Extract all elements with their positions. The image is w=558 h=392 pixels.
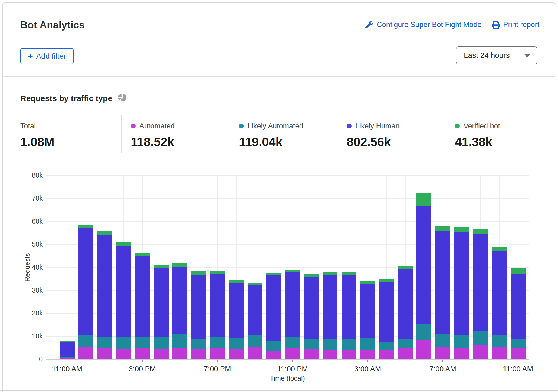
bar-segment-likely-human[interactable] (304, 277, 319, 339)
bar-segment-automated[interactable] (304, 349, 319, 359)
bar-segment-verified-bot[interactable] (248, 283, 262, 285)
bar-segment-verified-bot[interactable] (511, 268, 526, 274)
bar-segment-likely-human[interactable] (416, 206, 431, 324)
bar-segment-automated[interactable] (78, 347, 93, 359)
bar-segment-likely-automated[interactable] (285, 337, 300, 348)
bar-segment-likely-automated[interactable] (172, 334, 187, 348)
bar-segment-likely-human[interactable] (210, 274, 225, 338)
bar-segment-likely-automated[interactable] (398, 339, 413, 348)
bar-segment-likely-automated[interactable] (135, 337, 150, 348)
bar-segment-likely-human[interactable] (78, 228, 93, 335)
bar-segment-likely-automated[interactable] (473, 331, 488, 345)
bar-segment-likely-automated[interactable] (379, 342, 394, 350)
bar-segment-likely-automated[interactable] (116, 337, 131, 349)
bar-segment-likely-automated[interactable] (78, 335, 93, 347)
bar-segment-automated[interactable] (97, 348, 112, 359)
add-filter-button[interactable]: + Add filter (20, 48, 74, 64)
bar-segment-automated[interactable] (492, 347, 507, 359)
bar-segment-likely-automated[interactable] (454, 335, 469, 348)
bar-segment-likely-human[interactable] (323, 275, 337, 339)
bar-segment-likely-automated[interactable] (435, 334, 450, 347)
bar-segment-likely-human[interactable] (266, 275, 281, 341)
bar-segment-automated[interactable] (435, 347, 450, 359)
bar-segment-likely-human[interactable] (229, 283, 244, 338)
bar-segment-likely-automated[interactable] (492, 335, 507, 347)
bar-segment-verified-bot[interactable] (435, 226, 450, 231)
bar-segment-verified-bot[interactable] (60, 341, 75, 342)
bar-segment-automated[interactable] (172, 348, 187, 359)
bar-segment-verified-bot[interactable] (379, 279, 394, 282)
bar-segment-automated[interactable] (191, 349, 206, 359)
bar-segment-automated[interactable] (154, 349, 169, 359)
bar-segment-likely-automated[interactable] (416, 324, 431, 341)
bar-segment-automated[interactable] (210, 348, 225, 359)
bar-segment-verified-bot[interactable] (229, 280, 244, 283)
bar-segment-likely-human[interactable] (285, 272, 300, 337)
bar-segment-automated[interactable] (116, 349, 131, 359)
bar-segment-verified-bot[interactable] (473, 229, 488, 234)
bar-segment-automated[interactable] (266, 351, 281, 359)
bar-segment-automated[interactable] (398, 348, 413, 359)
bar-segment-verified-bot[interactable] (135, 253, 150, 256)
bar-segment-likely-automated[interactable] (97, 337, 112, 348)
bar-segment-likely-automated[interactable] (323, 339, 337, 350)
bar-segment-likely-automated[interactable] (248, 335, 262, 347)
bar-segment-automated[interactable] (285, 348, 300, 359)
bar-segment-verified-bot[interactable] (154, 265, 169, 268)
bar-segment-likely-automated[interactable] (191, 339, 206, 349)
bar-segment-verified-bot[interactable] (323, 272, 337, 275)
bar-segment-verified-bot[interactable] (172, 263, 187, 267)
bar-segment-likely-automated[interactable] (511, 339, 526, 348)
bar-segment-verified-bot[interactable] (416, 193, 431, 206)
bar-segment-automated[interactable] (135, 348, 150, 360)
bar-segment-automated[interactable] (323, 350, 337, 359)
bar-segment-likely-human[interactable] (154, 268, 169, 338)
bar-segment-verified-bot[interactable] (360, 281, 375, 284)
bar-segment-likely-human[interactable] (435, 231, 450, 334)
bar-segment-likely-human[interactable] (398, 269, 413, 339)
bar-segment-likely-human[interactable] (379, 282, 394, 341)
bar-segment-verified-bot[interactable] (454, 227, 469, 232)
bar-segment-likely-human[interactable] (342, 275, 356, 339)
bar-segment-likely-automated[interactable] (210, 337, 225, 348)
bar-segment-automated[interactable] (379, 350, 394, 359)
bar-segment-automated[interactable] (416, 340, 431, 359)
bar-segment-verified-bot[interactable] (210, 271, 225, 274)
bar-segment-likely-human[interactable] (360, 284, 375, 338)
bar-segment-likely-human[interactable] (135, 256, 150, 337)
bar-segment-automated[interactable] (342, 350, 356, 359)
bar-segment-likely-human[interactable] (172, 267, 187, 334)
bar-segment-likely-human[interactable] (248, 285, 262, 335)
bar-segment-likely-automated[interactable] (266, 341, 281, 351)
bar-segment-likely-automated[interactable] (60, 357, 75, 358)
bar-segment-verified-bot[interactable] (266, 273, 281, 275)
bar-segment-automated[interactable] (360, 350, 375, 359)
time-range-select[interactable]: Last 24 hours (456, 46, 537, 64)
bar-segment-likely-automated[interactable] (229, 338, 244, 350)
bar-segment-verified-bot[interactable] (97, 231, 112, 235)
bar-segment-likely-human[interactable] (473, 234, 488, 331)
bar-segment-verified-bot[interactable] (191, 271, 206, 275)
bar-segment-likely-human[interactable] (116, 246, 131, 337)
bar-segment-verified-bot[interactable] (304, 274, 319, 277)
bar-segment-verified-bot[interactable] (78, 225, 93, 228)
bar-segment-automated[interactable] (511, 348, 526, 359)
bar-segment-likely-human[interactable] (454, 232, 469, 335)
bar-segment-verified-bot[interactable] (398, 266, 413, 269)
configure-super-bot-fight-mode-link[interactable]: Configure Super Bot Fight Mode (365, 21, 481, 29)
bar-segment-likely-human[interactable] (60, 342, 75, 357)
bar-segment-likely-human[interactable] (492, 251, 507, 335)
bar-segment-likely-automated[interactable] (304, 339, 319, 349)
print-report-link[interactable]: Print report (492, 21, 539, 29)
bar-segment-automated[interactable] (454, 348, 469, 360)
bar-segment-verified-bot[interactable] (285, 270, 300, 272)
bar-segment-likely-automated[interactable] (154, 337, 169, 349)
bar-segment-verified-bot[interactable] (342, 272, 356, 275)
bar-segment-automated[interactable] (229, 349, 244, 359)
bar-segment-likely-human[interactable] (97, 235, 112, 337)
bar-segment-verified-bot[interactable] (492, 247, 507, 252)
bar-segment-likely-automated[interactable] (342, 339, 356, 350)
bar-segment-automated[interactable] (473, 345, 488, 359)
bar-segment-likely-automated[interactable] (360, 338, 375, 350)
bar-segment-verified-bot[interactable] (116, 242, 131, 246)
